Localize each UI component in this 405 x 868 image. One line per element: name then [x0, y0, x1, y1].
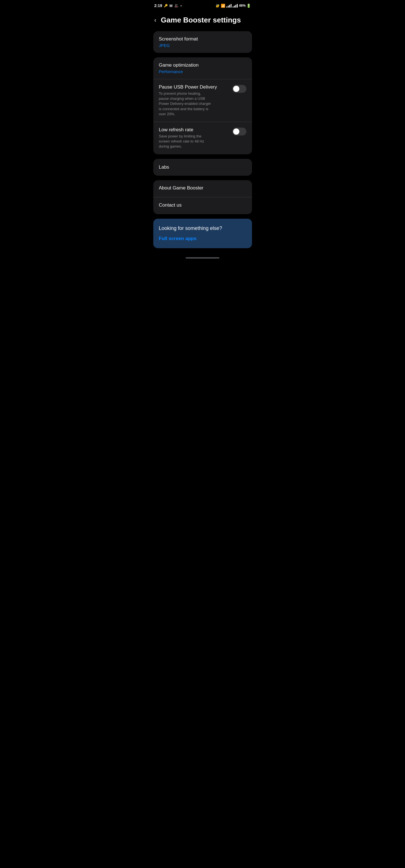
screenshot-format-item[interactable]: Screenshot format JPEG [153, 31, 252, 53]
home-indicator [150, 255, 255, 263]
labs-label: Labs [159, 164, 247, 170]
pause-usb-content: Pause USB Power Delivery To prevent phon… [159, 84, 229, 117]
signal-bars-2 [233, 4, 238, 8]
low-refresh-toggle[interactable] [232, 128, 247, 135]
pause-usb-desc: To prevent phone heating, pause charging… [159, 91, 229, 117]
wifi-icon: 📶 [221, 4, 225, 8]
labs-card[interactable]: Labs [153, 159, 252, 176]
battery-percent: 46% [239, 4, 245, 8]
game-optimization-value: Performance [159, 69, 247, 74]
about-label: About Game Booster [159, 185, 247, 191]
pause-usb-slider [232, 85, 247, 93]
game-optimization-item[interactable]: Game optimization Performance [153, 57, 252, 79]
back-button[interactable]: ‹ [154, 17, 156, 24]
low-refresh-slider [232, 128, 247, 135]
low-refresh-item: Low refresh rate Save power by limiting … [153, 122, 252, 154]
contact-label: Contact us [159, 203, 247, 208]
home-bar [185, 257, 220, 258]
time-display: 2:19 [154, 3, 162, 8]
pause-usb-label: Pause USB Power Delivery [159, 84, 229, 90]
screenshot-format-label: Screenshot format [159, 36, 247, 42]
notification-dot: ● [180, 4, 182, 7]
pause-usb-toggle[interactable] [232, 85, 247, 93]
full-screen-apps-link[interactable]: Full screen apps [159, 236, 247, 242]
game-optimization-card: Game optimization Performance Pause USB … [153, 57, 252, 154]
looking-card: Looking for something else? Full screen … [153, 219, 252, 248]
key-icon: 🔐 [216, 4, 220, 8]
low-refresh-content: Low refresh rate Save power by limiting … [159, 127, 229, 149]
looking-title: Looking for something else? [159, 225, 247, 231]
battery-container: 46% 🔋 [239, 4, 251, 8]
status-left: 2:19 🔑 M 🎩 ● [154, 3, 182, 8]
contact-us-item[interactable]: Contact us [153, 197, 252, 214]
vpn-icon: 🔑 [164, 4, 168, 8]
status-right: 🔐 📶 46% 🔋 [216, 4, 251, 8]
game-optimization-label: Game optimization [159, 62, 247, 68]
screenshot-format-card: Screenshot format JPEG [153, 31, 252, 53]
about-game-booster-item[interactable]: About Game Booster [153, 180, 252, 197]
extra-icon: 🎩 [174, 4, 179, 8]
signal-bars-1 [226, 4, 231, 8]
pause-usb-item: Pause USB Power Delivery To prevent phon… [153, 79, 252, 122]
page-title: Game Booster settings [161, 16, 241, 25]
low-refresh-label: Low refresh rate [159, 127, 229, 133]
screenshot-format-value: JPEG [159, 43, 247, 48]
status-bar: 2:19 🔑 M 🎩 ● 🔐 📶 46% 🔋 [150, 0, 255, 11]
about-contact-card: About Game Booster Contact us [153, 180, 252, 214]
low-refresh-desc: Save power by limiting the screen refres… [159, 134, 229, 149]
mail-icon: M [170, 4, 173, 8]
page-header: ‹ Game Booster settings [150, 11, 255, 31]
battery-icon: 🔋 [247, 4, 251, 8]
